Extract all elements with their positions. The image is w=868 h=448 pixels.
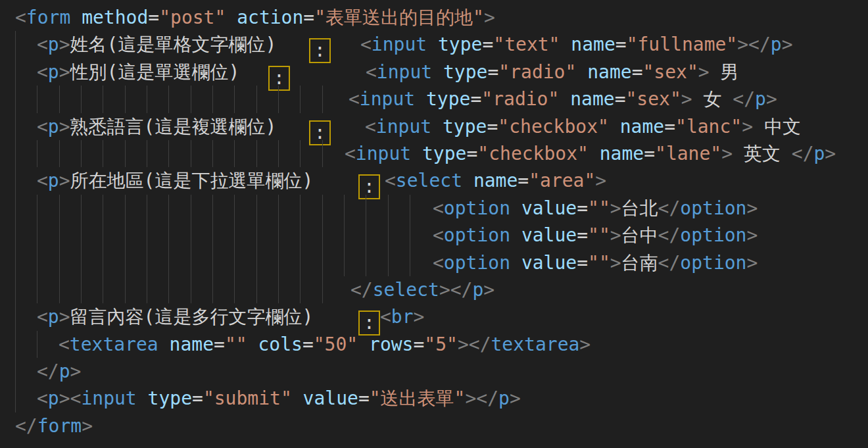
code-line[interactable]: <option value="">台南</option>: [0, 249, 868, 276]
token-attribute-name: action: [237, 7, 303, 28]
indent-guide: [81, 249, 82, 276]
indent-guide: [37, 195, 37, 222]
token-punctuation: >: [782, 34, 793, 55]
indent-guide: [81, 195, 82, 222]
indent-guide: [256, 140, 257, 167]
code-chunk: <option value="">台北</option>: [433, 195, 758, 222]
token-tag-name: textarea: [70, 334, 158, 355]
token-tag-name: input: [377, 61, 432, 83]
code-editor[interactable]: <form method="post" action="表單送出的目的地"><p…: [0, 0, 868, 448]
indent-guide: [168, 222, 169, 249]
token-string: "checkbox": [477, 143, 589, 164]
code-line[interactable]: <p><input type="submit" value="送出表單"></p…: [0, 385, 868, 412]
indent-guide: [15, 331, 16, 358]
token-text: 所在地區(這是下拉選單欄位): [70, 170, 314, 191]
indent-guide: [147, 249, 147, 276]
token-text: [432, 61, 443, 83]
indent-guide: [103, 249, 103, 276]
indent-guide: [322, 86, 323, 112]
token-attribute-name: name: [570, 88, 614, 110]
indent-guide: [59, 276, 60, 303]
indent-guide: [103, 86, 103, 112]
indent-guide: [15, 59, 16, 86]
indent-guide: [103, 195, 103, 222]
token-punctuation: >: [746, 197, 758, 219]
code-line[interactable]: <p>性別(這是單選欄位):<input type="radio" name="…: [0, 59, 868, 86]
code-line[interactable]: </select></p>: [0, 276, 868, 303]
code-chunk: <p>留言內容(這是多行文字欄位): [37, 303, 313, 330]
token-text: [411, 143, 422, 164]
token-punctuation: <: [349, 88, 360, 110]
code-line[interactable]: <p>姓名(這是單格文字欄位):<input type="text" name=…: [0, 31, 868, 58]
code-line[interactable]: <p>所在地區(這是下拉選單欄位):<select name="area">: [0, 167, 868, 194]
token-punctuation: >: [510, 387, 521, 409]
indent-guide: [15, 86, 16, 112]
token-tag-name: option: [444, 224, 510, 246]
token-string: "sex": [642, 61, 698, 83]
token-tag-name: select: [396, 170, 462, 191]
indent-guide: [147, 276, 147, 303]
indent-guide: [300, 276, 301, 303]
token-punctuation: >: [746, 224, 758, 246]
token-attribute-name: value: [303, 387, 358, 409]
code-line[interactable]: <p>熟悉語言(這是複選欄位):<input type="checkbox" n…: [0, 113, 868, 140]
token-punctuation: ></: [458, 334, 491, 355]
token-punctuation: </: [37, 361, 59, 382]
token-tag-name: p: [48, 306, 59, 328]
token-punctuation: >: [59, 306, 70, 328]
token-tag-name: p: [48, 61, 59, 83]
indent-guide: [256, 249, 257, 276]
indent-guide: [81, 140, 82, 167]
indent-guide: [15, 385, 16, 412]
token-punctuation: <: [37, 170, 48, 191]
indent-guide: [15, 222, 16, 249]
code-line[interactable]: <textarea name="" cols="50" rows="5"></t…: [0, 331, 868, 358]
token-punctuation: <: [37, 34, 48, 55]
indent-guide: [103, 140, 103, 167]
token-text: [292, 387, 303, 409]
indent-guide: [125, 249, 126, 276]
code-chunk: <p>姓名(這是單格文字欄位): [37, 31, 276, 58]
token-punctuation: >: [681, 88, 692, 110]
token-attribute-name: method: [82, 7, 148, 28]
token-string: "": [588, 197, 610, 219]
token-tag-name: form: [37, 415, 82, 437]
token-tag-name: option: [680, 224, 746, 246]
indent-guide: [300, 249, 301, 276]
code-line[interactable]: <form method="post" action="表單送出的目的地">: [0, 4, 868, 31]
code-line[interactable]: </p>: [0, 358, 868, 385]
indent-guide: [15, 303, 16, 330]
indent-guide: [322, 222, 323, 249]
token-punctuation: <: [366, 61, 377, 83]
token-punctuation: ></: [465, 387, 498, 409]
indent-guide: [59, 140, 60, 167]
token-string: "送出表單": [370, 387, 466, 409]
code-line[interactable]: <input type="checkbox" name="lane"> 英文 <…: [0, 140, 868, 167]
code-line[interactable]: </form>: [0, 412, 868, 439]
indent-guide: [234, 222, 235, 249]
token-equals: =: [644, 143, 655, 164]
token-punctuation: >: [721, 143, 733, 164]
token-punctuation: >: [59, 61, 70, 83]
token-text: 熟悉語言(這是複選欄位): [70, 116, 277, 137]
indent-guide: [322, 195, 323, 222]
code-chunk: <select name="area">: [385, 167, 606, 194]
token-equals: =: [470, 88, 481, 110]
token-punctuation: </: [350, 279, 373, 301]
code-line[interactable]: <option value="">台中</option>: [0, 222, 868, 249]
indent-guide: [234, 276, 235, 303]
indent-guide: [15, 140, 16, 167]
token-tag-name: p: [771, 34, 782, 55]
code-line[interactable]: <option value="">台北</option>: [0, 195, 868, 222]
indent-guide: [322, 140, 323, 167]
indent-guide: [81, 276, 82, 303]
token-text: 台中: [621, 224, 658, 246]
token-text: [431, 116, 443, 137]
code-line[interactable]: <p>留言內容(這是多行文字欄位):<br>: [0, 303, 868, 330]
token-equals: =: [577, 224, 588, 246]
token-tag-name: input: [356, 143, 411, 164]
code-line[interactable]: <input type="radio" name="sex"> 女 </p>: [0, 86, 868, 112]
indent-guide: [125, 195, 126, 222]
token-text: [589, 143, 600, 164]
indent-guide: [147, 140, 147, 167]
